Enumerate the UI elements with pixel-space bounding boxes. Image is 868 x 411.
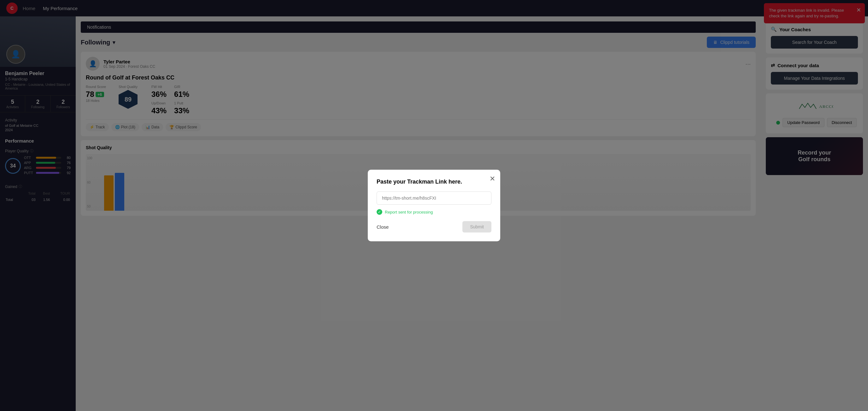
success-text: Report sent for processing (385, 210, 433, 215)
modal-success-message: ✓ Report sent for processing (377, 209, 491, 215)
modal-overlay[interactable]: ✕ Paste your Trackman Link here. ✓ Repor… (0, 0, 868, 411)
trackman-link-input[interactable] (377, 191, 491, 205)
modal-close-button[interactable]: Close (377, 224, 389, 230)
modal-title: Paste your Trackman Link here. (377, 179, 491, 185)
modal-actions: Close Submit (377, 221, 491, 232)
modal-close-icon[interactable]: ✕ (490, 175, 495, 183)
modal-submit-button[interactable]: Submit (462, 221, 491, 232)
trackman-modal: ✕ Paste your Trackman Link here. ✓ Repor… (368, 170, 500, 241)
success-check-icon: ✓ (377, 209, 382, 215)
